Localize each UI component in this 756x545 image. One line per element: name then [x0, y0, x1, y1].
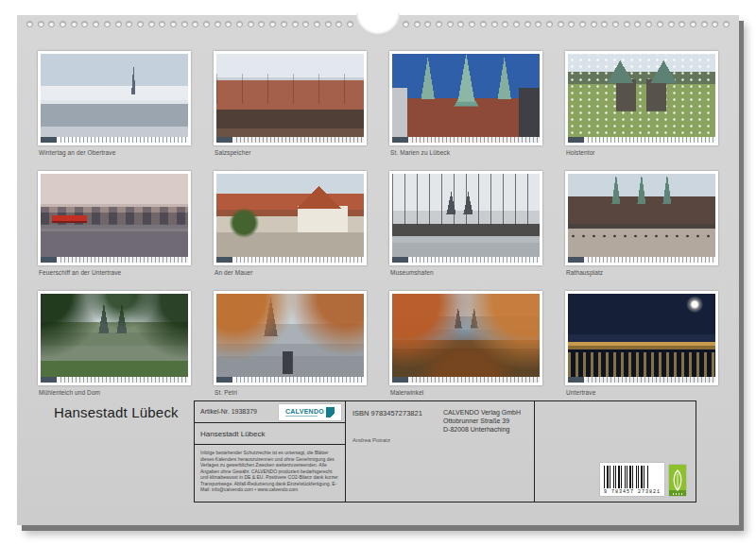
spiral-binding-holes-right: [403, 21, 730, 28]
legal-text: Infolge bestehender Schutzrechte ist es …: [195, 445, 345, 498]
mini-calendar-date-strip: [41, 137, 188, 143]
calendar-photo: [392, 174, 540, 263]
mini-calendar-page: [214, 291, 367, 385]
thumbnail-caption: St. Petri: [215, 389, 367, 396]
binding-hole: [690, 21, 696, 27]
binding-hole: [104, 21, 111, 27]
spiral-binding-holes-left: [26, 21, 353, 28]
binding-hole: [679, 21, 685, 27]
mini-calendar-page: [214, 51, 367, 145]
binding-hole: [314, 21, 320, 27]
mini-calendar-date-strip: [41, 257, 188, 263]
calendar-photo: [568, 174, 715, 263]
binding-hole: [26, 21, 33, 27]
calendar-card: Wintertag an der ObertraveSalzspeicherSt…: [17, 15, 739, 525]
publisher-address: CALVENDO Verlag GmbH Ottobrunner Straße …: [443, 409, 521, 434]
ean-barcode: 9 783457 273821: [600, 463, 664, 496]
eco-print-badge: [669, 465, 686, 496]
binding-hole: [612, 21, 619, 27]
thumbnail-caption: Untertrave: [566, 389, 718, 396]
eco-label-text-strip: [673, 493, 682, 495]
eco-leaf-icon: [671, 468, 684, 493]
binding-hole: [424, 21, 431, 27]
binding-hole: [302, 21, 309, 27]
calvendo-tagline-line: [285, 416, 318, 417]
mini-calendar-date-strip: [216, 137, 364, 143]
page-title: Hansestadt Lübeck: [54, 404, 179, 420]
mini-calendar-page: [38, 291, 191, 385]
binding-hole: [335, 21, 342, 27]
mini-calendar-page: [38, 171, 191, 265]
binding-hole: [712, 21, 718, 27]
binding-hole: [170, 21, 177, 27]
thumbnail-caption: Wintertag an der Obertrave: [39, 149, 191, 156]
binding-hole: [325, 21, 332, 27]
calendar-month-thumbnail: Wintertag an der Obertrave: [38, 51, 191, 156]
binding-hole: [624, 21, 630, 27]
binding-hole: [236, 21, 243, 27]
calendar-photo: [41, 294, 188, 383]
binding-hole: [347, 21, 353, 27]
binding-hole: [93, 21, 99, 27]
binding-hole: [181, 21, 188, 27]
calendar-month-thumbnail: Malerwinkel: [389, 291, 542, 396]
thumbnail-caption: Holstentor: [566, 149, 718, 156]
binding-hole: [447, 21, 454, 27]
binding-hole: [269, 21, 276, 27]
binding-hole: [457, 21, 464, 27]
mini-calendar-date-strip: [41, 377, 188, 383]
binding-hole: [215, 21, 221, 27]
calendar-back-cover: Wintertag an der ObertraveSalzspeicherSt…: [0, 0, 756, 545]
mini-calendar-date-strip: [568, 377, 715, 383]
binding-hole: [148, 21, 155, 27]
publisher-line: Ottobrunner Straße 39: [443, 417, 521, 426]
binding-hole: [668, 21, 675, 27]
calendar-photo: [41, 174, 188, 263]
mini-calendar-date-strip: [568, 137, 715, 143]
calendar-photo: [568, 294, 715, 383]
thumbnail-caption: Salzspeicher: [215, 149, 367, 156]
calendar-month-thumbnail: An der Mauer: [214, 171, 367, 276]
info-column-left: Artikel-Nr. 1938379 CALVENDO Hansestadt …: [195, 401, 346, 502]
binding-hole: [292, 21, 299, 27]
publisher-line: D-82008 Unterhaching: [443, 426, 521, 434]
thumbnail-caption: Rathausplatz: [566, 269, 718, 276]
binding-hole: [60, 21, 66, 27]
mini-calendar-date-strip: [392, 137, 540, 143]
mini-calendar-page: [565, 51, 718, 145]
binding-hole: [535, 21, 541, 27]
publisher-info-table: Artikel-Nr. 1938379 CALVENDO Hansestadt …: [194, 400, 696, 502]
calendar-month-thumbnail: Museumshafen: [389, 171, 542, 276]
thumbnail-caption: Museumshafen: [390, 269, 542, 276]
binding-hole: [248, 21, 254, 27]
binding-hole: [502, 21, 508, 27]
author-name: Andrea Potratz: [352, 437, 390, 443]
barcode-digits: 9 783457 273821: [604, 489, 661, 495]
mini-calendar-date-strip: [392, 377, 540, 383]
binding-hole: [203, 21, 210, 27]
barcode-bars: [604, 466, 649, 488]
thumbnail-caption: St. Marien zu Lübeck: [390, 149, 542, 156]
calendar-photo: [568, 54, 715, 143]
calvendo-logo-textwrap: CALVENDO: [285, 408, 324, 417]
binding-hole: [414, 21, 421, 27]
calendar-month-thumbnail: Rathausplatz: [565, 171, 718, 276]
mini-calendar-page: [389, 171, 542, 265]
thumbnail-caption: An der Mauer: [215, 269, 367, 276]
thumbnail-caption: Feuerschiff an der Untertrave: [39, 269, 191, 276]
calendar-photo: [392, 294, 540, 383]
mini-calendar-date-strip: [216, 257, 364, 263]
binding-hole: [81, 21, 88, 27]
legal-row: Infolge bestehender Schutzrechte ist es …: [195, 445, 345, 502]
binding-hole: [48, 21, 55, 27]
binding-hole: [634, 21, 641, 27]
binding-hole: [71, 21, 77, 27]
binding-hole: [546, 21, 553, 27]
thumbnail-caption: Mühlenteich und Dom: [39, 389, 191, 396]
binding-hole: [601, 21, 608, 27]
calendar-month-thumbnail: Mühlenteich und Dom: [38, 291, 191, 396]
calendar-title: Hansestadt Lübeck: [195, 423, 345, 438]
binding-hole: [403, 21, 409, 27]
mini-calendar-page: [214, 171, 367, 265]
calendar-title-row: Hansestadt Lübeck: [195, 423, 345, 445]
